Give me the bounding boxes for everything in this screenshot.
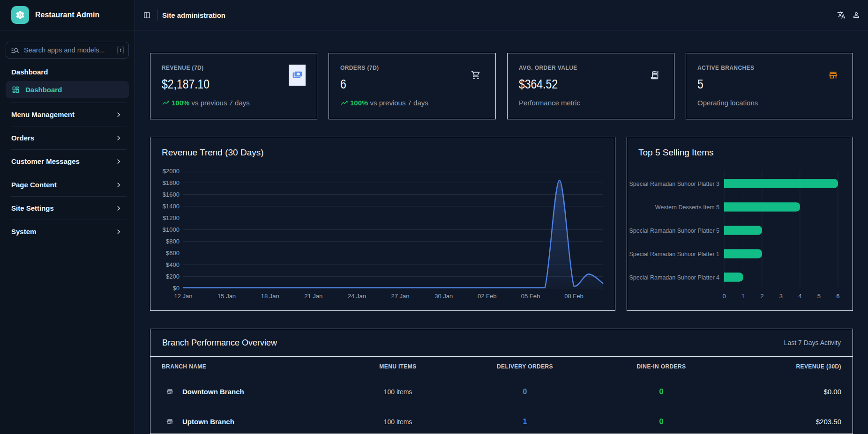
svg-text:Special Ramadan Suhoor Platter: Special Ramadan Suhoor Platter 5 (629, 228, 720, 234)
svg-text:1: 1 (741, 293, 745, 300)
svg-text:Special Ramadan Suhoor Platter: Special Ramadan Suhoor Platter 1 (629, 251, 720, 257)
svg-text:Western Desserts Item 5: Western Desserts Item 5 (655, 204, 719, 211)
svg-text:2: 2 (760, 293, 763, 300)
svg-text:$200: $200 (166, 273, 180, 280)
svg-text:30 Jan: 30 Jan (434, 293, 453, 300)
svg-text:21 Jan: 21 Jan (304, 293, 322, 300)
svg-text:18 Jan: 18 Jan (261, 293, 279, 300)
svg-text:$2000: $2000 (163, 168, 180, 175)
svg-text:Special Ramadan Suhoor Platter: Special Ramadan Suhoor Platter 4 (629, 274, 720, 281)
svg-text:0: 0 (722, 293, 726, 300)
svg-text:12 Jan: 12 Jan (174, 293, 192, 300)
svg-text:$600: $600 (166, 250, 180, 257)
svg-text:$800: $800 (166, 238, 180, 245)
svg-text:$1400: $1400 (163, 203, 180, 210)
svg-text:Special Ramadan Suhoor Platter: Special Ramadan Suhoor Platter 3 (629, 181, 720, 187)
svg-text:$1200: $1200 (163, 214, 180, 221)
svg-text:24 Jan: 24 Jan (348, 293, 366, 300)
svg-text:$1800: $1800 (163, 179, 180, 186)
svg-text:$0: $0 (173, 285, 180, 292)
svg-text:02 Feb: 02 Feb (478, 293, 496, 300)
svg-text:$1000: $1000 (163, 226, 180, 233)
svg-text:05 Feb: 05 Feb (521, 293, 540, 300)
svg-text:08 Feb: 08 Feb (564, 293, 583, 300)
svg-text:3: 3 (779, 293, 783, 300)
svg-text:4: 4 (798, 293, 801, 300)
svg-text:$400: $400 (166, 261, 180, 268)
svg-text:15 Jan: 15 Jan (217, 293, 236, 300)
svg-text:$1600: $1600 (163, 191, 180, 198)
svg-text:27 Jan: 27 Jan (391, 293, 409, 300)
svg-text:6: 6 (836, 293, 839, 300)
svg-text:5: 5 (817, 293, 821, 300)
